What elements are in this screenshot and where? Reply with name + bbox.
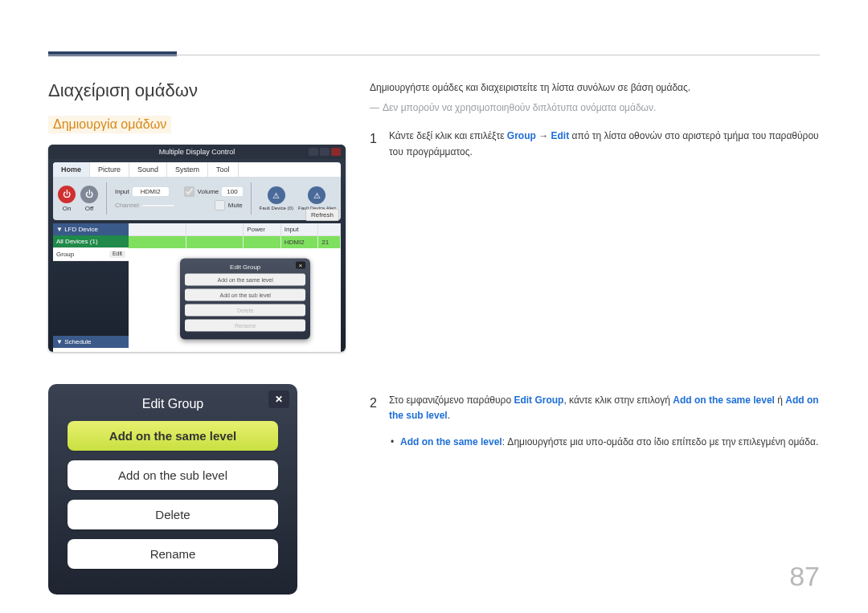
off-label: Off xyxy=(85,205,94,212)
opt-delete: Delete xyxy=(68,500,278,529)
dialog-close-button: ✕ xyxy=(268,390,289,408)
opt-delete-small: Delete xyxy=(185,304,305,316)
note-text: Δεν μπορούν να χρησιμοποιηθούν διπλότυπα… xyxy=(370,100,820,116)
power-on-icon: ⏻ xyxy=(58,186,76,203)
main-title: Διαχείριση ομάδων xyxy=(48,80,346,101)
table-row: HDMI2 21 xyxy=(129,236,341,248)
channel-value xyxy=(142,205,174,206)
table-header: Power Input xyxy=(129,223,341,236)
section-title: Δημιουργία ομάδων xyxy=(48,116,171,133)
intro-text: Δημιουργήστε ομάδες και διαχειριστείτε τ… xyxy=(370,80,820,96)
opt-rename-small: Rename xyxy=(185,319,305,331)
step-2-bullet: Add on the same level: Δημιουργήστε μια … xyxy=(389,435,820,450)
channel-label: Channel xyxy=(115,202,139,209)
col-input: Input xyxy=(281,223,319,235)
step-1-text: Κάντε δεξί κλικ και επιλέξτε Group → Edi… xyxy=(389,129,820,159)
fault-alert-icon: ⚠ xyxy=(308,186,326,204)
tab-home: Home xyxy=(53,162,90,177)
schedule-header: ▼ Schedule xyxy=(53,336,129,348)
tab-picture: Picture xyxy=(90,162,129,177)
tab-bar: Home Picture Sound System Tool xyxy=(53,162,341,177)
minimize-icon xyxy=(309,148,318,156)
lfd-device-header: ▼ LFD Device xyxy=(53,223,129,235)
tab-sound: Sound xyxy=(129,162,167,177)
dialog-close-icon: × xyxy=(296,261,306,268)
opt-same-level: Add on the same level xyxy=(68,421,278,451)
header-accent-bar xyxy=(48,51,177,56)
cell-input: HDMI2 xyxy=(281,236,319,248)
volume-label: Volume xyxy=(198,188,219,195)
group-row: Group Edit xyxy=(53,248,129,261)
step-2-text: Στο εμφανιζόμενο παράθυρο Edit Group, κά… xyxy=(389,393,820,451)
all-devices-row: All Devices (1) xyxy=(53,235,129,248)
mute-label: Mute xyxy=(228,202,243,209)
window-title: Multiple Display Control xyxy=(48,145,346,159)
toolbar: ⏻On ⏻Off Input HDMI2 Volume 100 xyxy=(53,177,341,220)
page-number: 87 xyxy=(789,561,820,592)
dialog-title-small: Edit Group × xyxy=(185,263,305,270)
fault-device-label: Fault Device (0) xyxy=(260,206,293,210)
edit-group-dialog-large: ✕ Edit Group Add on the same level Add o… xyxy=(48,384,297,595)
schedule-list-item: All Schedule List xyxy=(53,348,129,352)
tab-system: System xyxy=(167,162,208,177)
cell-last: 21 xyxy=(318,236,341,248)
header-divider xyxy=(48,55,820,55)
app-screenshot-1: Multiple Display Control Home Picture So… xyxy=(48,145,346,352)
edit-button-small: Edit xyxy=(109,251,125,258)
close-icon xyxy=(331,148,341,156)
input-label: Input xyxy=(115,188,129,195)
mute-checkbox xyxy=(215,200,225,210)
power-off-icon: ⏻ xyxy=(80,186,98,203)
col-power: Power xyxy=(244,223,281,235)
step-1: 1 Κάντε δεξί κλικ και επιλέξτε Group → E… xyxy=(370,129,820,159)
step-2-number: 2 xyxy=(370,393,381,451)
step-2: 2 Στο εμφανιζόμενο παράθυρο Edit Group, … xyxy=(370,393,820,451)
opt-sub-level: Add on the sub level xyxy=(68,460,278,490)
maximize-icon xyxy=(320,148,330,156)
tab-tool: Tool xyxy=(208,162,239,177)
volume-checkbox xyxy=(184,186,194,197)
edit-group-dialog-small: Edit Group × Add on the same level Add o… xyxy=(180,258,310,339)
opt-rename: Rename xyxy=(68,539,278,569)
input-value: HDMI2 xyxy=(133,187,169,196)
refresh-button: Refresh xyxy=(305,209,339,221)
opt-same-level-small: Add on the same level xyxy=(185,273,305,285)
on-label: On xyxy=(63,205,72,212)
dialog-title: Edit Group xyxy=(48,392,297,421)
window-buttons xyxy=(309,148,341,156)
fault-device-icon: ⚠ xyxy=(268,186,285,204)
step-1-number: 1 xyxy=(370,129,381,159)
opt-sub-level-small: Add on the sub level xyxy=(185,288,305,300)
volume-value: 100 xyxy=(222,187,242,196)
